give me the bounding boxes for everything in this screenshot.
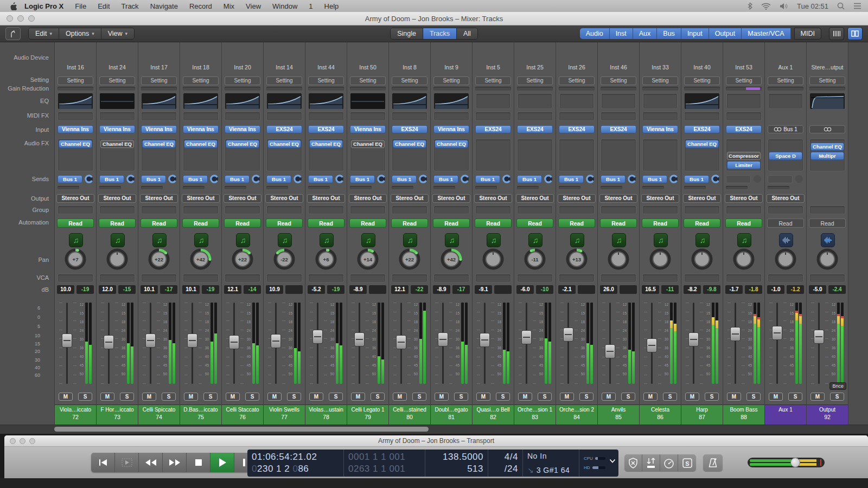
channel-setting-button[interactable]: Setting (809, 76, 845, 85)
rewind-button[interactable] (139, 453, 163, 472)
link-back-button[interactable] (5, 27, 21, 40)
pan-knob[interactable]: +14 (356, 247, 380, 271)
vca-slot[interactable] (559, 274, 595, 282)
vca-slot[interactable] (99, 274, 135, 282)
fader[interactable] (521, 330, 532, 344)
output-slot[interactable]: Stereo Out (224, 194, 261, 203)
pan-knob[interactable] (690, 247, 714, 271)
pan-knob[interactable]: +13 (565, 247, 589, 271)
automation-mode-button[interactable]: Read (57, 219, 94, 228)
volume-value[interactable]: 12.1 (391, 285, 409, 294)
volume-value[interactable]: -6.0 (516, 285, 534, 294)
output-slot[interactable]: Stereo Out (265, 194, 303, 203)
bluetooth-icon[interactable] (747, 2, 752, 10)
mute-button[interactable]: M (351, 393, 365, 401)
eq-thumbnail[interactable] (392, 93, 427, 109)
vca-slot[interactable] (601, 274, 636, 282)
filter-inst[interactable]: Inst (610, 28, 633, 39)
group-slot[interactable] (517, 206, 553, 214)
mute-button[interactable]: M (100, 393, 114, 401)
filter-aux[interactable]: Aux (633, 28, 658, 39)
track-name-plate[interactable]: Celli Spiccato74 (138, 404, 180, 425)
vca-slot[interactable] (183, 274, 219, 282)
eq-slot[interactable] (518, 93, 552, 109)
menu-item-view[interactable]: View (246, 2, 261, 10)
channel-setting-button[interactable]: Setting (99, 76, 135, 85)
menu-item-track[interactable]: Track (122, 2, 139, 10)
volume-value[interactable]: 26.0 (600, 285, 617, 294)
eq-thumbnail[interactable] (225, 93, 260, 109)
send-slot[interactable]: Bus 1 (392, 175, 417, 183)
group-slot[interactable] (99, 206, 135, 214)
output-slot[interactable]: Stereo Out (98, 194, 136, 203)
send-level-knob[interactable] (752, 174, 762, 184)
peak-value[interactable]: -9.8 (703, 285, 720, 294)
menu-item-1[interactable]: 1 (309, 2, 312, 10)
audio-fx-area[interactable]: CompressorLimiter (726, 139, 762, 171)
vca-slot[interactable] (433, 274, 469, 282)
group-slot[interactable] (350, 206, 386, 214)
eq-thumbnail[interactable] (810, 93, 845, 109)
track-name-plate[interactable]: Anvils85 (598, 404, 639, 425)
solo-button[interactable]: S (287, 393, 301, 401)
audio-fx-area[interactable] (601, 139, 636, 171)
peak-value[interactable]: -1.8 (745, 285, 762, 294)
group-slot[interactable] (809, 206, 845, 214)
mute-button[interactable]: M (518, 393, 532, 401)
volume-value[interactable]: -8.9 (349, 285, 367, 294)
group-slot[interactable] (684, 206, 720, 214)
view-mode-single[interactable]: Single (391, 28, 423, 39)
volume-slider-thumb[interactable] (790, 458, 800, 467)
mixer-menu-options[interactable]: Options▾ (59, 28, 101, 39)
vca-slot[interactable] (266, 274, 302, 282)
channel-setting-button[interactable]: Setting (183, 76, 219, 85)
send-level-knob[interactable] (669, 174, 679, 184)
audio-fx-area[interactable]: Channel EQ (266, 139, 302, 171)
automation-mode-button[interactable]: Read (99, 219, 136, 228)
audio-fx-slot-multipr[interactable]: Multipr (810, 152, 844, 160)
automation-mode-button[interactable]: Read (433, 219, 470, 228)
audio-fx-area[interactable]: Channel EQ (433, 139, 469, 171)
eq-slot[interactable] (559, 93, 594, 109)
automation-mode-button[interactable]: Read (684, 219, 720, 228)
automation-mode-button[interactable]: Read (224, 219, 261, 228)
instrument-note-icon[interactable]: ♫ (737, 233, 751, 247)
instrument-note-icon[interactable]: ♫ (654, 233, 668, 247)
audio-fx-slot-channel-eq[interactable]: Channel EQ (59, 140, 92, 148)
mixer-menu-edit[interactable]: Edit▾ (29, 28, 59, 39)
fader[interactable] (354, 332, 365, 346)
peak-value[interactable]: -15 (118, 285, 136, 294)
group-slot[interactable] (58, 206, 93, 214)
peak-value[interactable]: -19 (327, 285, 344, 294)
peak-value[interactable]: -14 (244, 285, 261, 294)
group-slot[interactable] (392, 206, 427, 214)
input-slot[interactable]: Vienna Ins (99, 125, 135, 133)
instrument-note-icon[interactable]: ♫ (528, 233, 542, 247)
send-level-knob[interactable] (585, 174, 595, 184)
audio-fx-area[interactable]: Space D (768, 139, 803, 171)
track-name-plate[interactable]: Orche…sion 183 (514, 404, 556, 425)
volume-value[interactable]: 10.1 (141, 285, 158, 294)
track-name-plate[interactable]: Celli Legato 179 (347, 404, 388, 425)
track-name-plate[interactable]: Doubl…egato81 (431, 404, 472, 425)
menu-item-record[interactable]: Record (189, 2, 212, 10)
midi-fx-slot[interactable] (266, 112, 302, 121)
track-name-plate[interactable]: Viola…iccato72 (55, 404, 96, 425)
eq-thumbnail[interactable] (309, 93, 343, 109)
volume-icon[interactable] (780, 3, 788, 10)
input-slot[interactable]: Bus 1 (768, 125, 803, 133)
volume-value[interactable]: -1.0 (767, 285, 784, 294)
send-level-knob[interactable] (544, 174, 553, 184)
input-slot[interactable]: Vienna Ins (642, 125, 678, 133)
send-level-knob[interactable] (209, 174, 219, 184)
instrument-note-icon[interactable]: ♫ (570, 233, 584, 247)
fader[interactable] (563, 328, 573, 342)
wide-strips-button[interactable] (847, 27, 863, 40)
volume-value[interactable]: 12.0 (99, 285, 116, 294)
send-slot[interactable]: Bus 1 (433, 175, 458, 183)
audio-fx-slot-channel-eq[interactable]: Channel EQ (435, 140, 468, 148)
mute-button[interactable]: M (435, 393, 449, 401)
lcd-signature-cell[interactable]: 4/4 /24 (488, 450, 523, 477)
stop-button[interactable] (187, 453, 210, 472)
audio-fx-area[interactable] (517, 139, 553, 171)
